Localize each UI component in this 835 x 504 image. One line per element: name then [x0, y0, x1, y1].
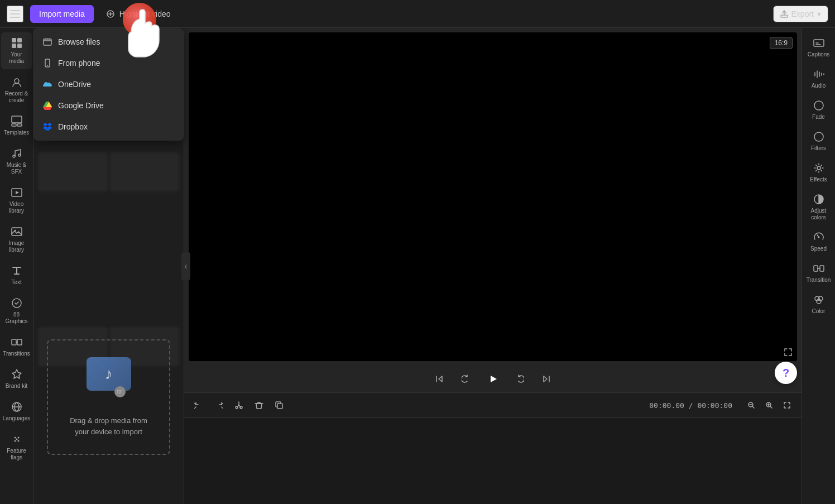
drop-zone: ♪ ☞ Drag & drop media from your device t…: [42, 335, 175, 459]
skip-forward-button[interactable]: [538, 370, 555, 388]
total-time: 00:00:00: [697, 401, 732, 410]
drop-zone-area[interactable]: ♪ ☞ Drag & drop media from your device t…: [47, 339, 170, 455]
browse-files-label: Browse files: [58, 37, 100, 46]
zoom-out-button[interactable]: [743, 397, 759, 413]
dropbox-item[interactable]: Dropbox: [33, 116, 184, 137]
filters-icon: [813, 131, 825, 143]
collapse-panel-button[interactable]: ‹: [181, 252, 190, 280]
video-library-icon: [11, 186, 23, 199]
svg-rect-31: [277, 404, 282, 409]
delete-button[interactable]: [251, 397, 267, 413]
speed-label: Speed: [810, 246, 827, 252]
languages-label: Languages: [3, 415, 31, 422]
feature-flags-label: Feature flags: [3, 448, 30, 461]
fade-label: Fade: [812, 114, 825, 121]
fullscreen-button[interactable]: [784, 348, 793, 357]
icon-sidebar: Your media Record & create Templates: [0, 28, 33, 504]
captions-icon: [813, 37, 825, 49]
play-button[interactable]: [484, 370, 502, 388]
svg-rect-10: [12, 124, 16, 126]
right-sidebar-filters[interactable]: Filters: [803, 126, 834, 156]
sidebar-item-graphics[interactable]: 88 Graphics: [1, 292, 32, 329]
zoom-in-button[interactable]: [761, 397, 777, 413]
feature-flags-icon: [11, 433, 23, 445]
music-note-icon: ♪: [87, 357, 131, 391]
aspect-ratio-badge[interactable]: 16:9: [770, 37, 793, 49]
sidebar-item-brand[interactable]: Brand kit: [1, 364, 32, 394]
undo-button[interactable]: [191, 397, 207, 413]
help-button[interactable]: ?: [775, 362, 797, 384]
templates-label: Templates: [4, 129, 30, 136]
import-media-button[interactable]: Import media: [30, 5, 94, 23]
highlight-video-button[interactable]: Highlight video: [100, 6, 176, 22]
from-phone-icon: [42, 58, 52, 68]
svg-rect-4: [12, 38, 16, 42]
redo-button[interactable]: [211, 397, 227, 413]
music-label: Music & SFX: [3, 162, 30, 175]
svg-point-8: [15, 79, 19, 83]
svg-point-40: [818, 237, 819, 238]
svg-rect-5: [17, 38, 22, 42]
hamburger-button[interactable]: [7, 6, 23, 22]
your-media-label: Your media: [3, 51, 30, 65]
drop-cursor-icon: ☞: [114, 386, 126, 397]
forward-button[interactable]: [511, 370, 529, 388]
transition-label: Transition: [807, 277, 831, 284]
highlight-video-icon: [106, 9, 115, 18]
sidebar-item-image-library[interactable]: Image library: [1, 221, 32, 258]
rewind-button[interactable]: [457, 370, 475, 388]
video-preview: [189, 32, 797, 361]
right-sidebar-effects[interactable]: Effects: [803, 157, 834, 188]
graphics-icon: [11, 297, 23, 309]
right-sidebar-fade[interactable]: Fade: [803, 95, 834, 125]
color-label: Color: [812, 308, 826, 315]
export-button[interactable]: Export ▾: [773, 6, 828, 22]
svg-rect-42: [820, 266, 824, 271]
color-icon: [813, 294, 825, 306]
svg-point-24: [17, 440, 19, 442]
skip-back-button[interactable]: [430, 370, 448, 388]
right-sidebar-audio[interactable]: Audio: [803, 64, 834, 94]
languages-icon: [11, 401, 23, 413]
right-sidebar-transition[interactable]: Transition: [803, 258, 834, 288]
right-sidebar-color[interactable]: Color: [803, 289, 834, 319]
copy-button[interactable]: [271, 397, 287, 413]
cut-button[interactable]: [231, 397, 247, 413]
sidebar-item-video-library[interactable]: Video library: [1, 182, 32, 219]
sidebar-item-languages[interactable]: Languages: [1, 396, 32, 426]
fit-button[interactable]: [779, 397, 795, 413]
right-sidebar-speed[interactable]: Speed: [803, 227, 834, 257]
brand-label: Brand kit: [6, 383, 27, 390]
google-drive-item[interactable]: Google Drive: [33, 95, 184, 116]
transitions-label: Transitions: [3, 351, 30, 357]
sidebar-item-transitions[interactable]: Transitions: [1, 332, 32, 362]
svg-point-21: [14, 437, 16, 439]
onedrive-item[interactable]: OneDrive: [33, 74, 184, 95]
sidebar-item-your-media[interactable]: Your media: [1, 32, 32, 69]
brand-icon: [11, 368, 23, 381]
speed-icon: [813, 231, 825, 243]
record-label: Record & create: [3, 90, 30, 104]
export-icon: [780, 10, 788, 18]
svg-rect-26: [44, 39, 51, 45]
your-media-icon: [11, 37, 23, 49]
sidebar-item-record[interactable]: Record & create: [1, 71, 32, 108]
sidebar-item-templates[interactable]: Templates: [1, 111, 32, 141]
adjust-colors-label: Adjust colors: [805, 208, 832, 221]
right-sidebar-adjust-colors[interactable]: Adjust colors: [803, 189, 834, 225]
onedrive-label: OneDrive: [58, 80, 91, 89]
svg-rect-34: [814, 40, 824, 46]
video-preview-wrapper: 16:9: [189, 32, 797, 361]
center-panel: 16:9: [184, 28, 802, 504]
timeline-toolbar: 00:00.00 / 00:00:00: [184, 393, 802, 418]
browse-files-icon: [42, 37, 52, 47]
sidebar-item-music[interactable]: Music & SFX: [1, 143, 32, 180]
text-label: Text: [11, 279, 21, 286]
from-phone-item[interactable]: From phone: [33, 52, 184, 74]
browse-files-item[interactable]: Browse files: [33, 31, 184, 52]
sidebar-item-feature-flags[interactable]: Feature flags: [1, 429, 32, 465]
right-sidebar-captions[interactable]: Captions: [803, 32, 834, 63]
effects-icon: [813, 162, 825, 174]
sidebar-item-text[interactable]: Text: [1, 260, 32, 290]
svg-rect-19: [17, 339, 22, 345]
